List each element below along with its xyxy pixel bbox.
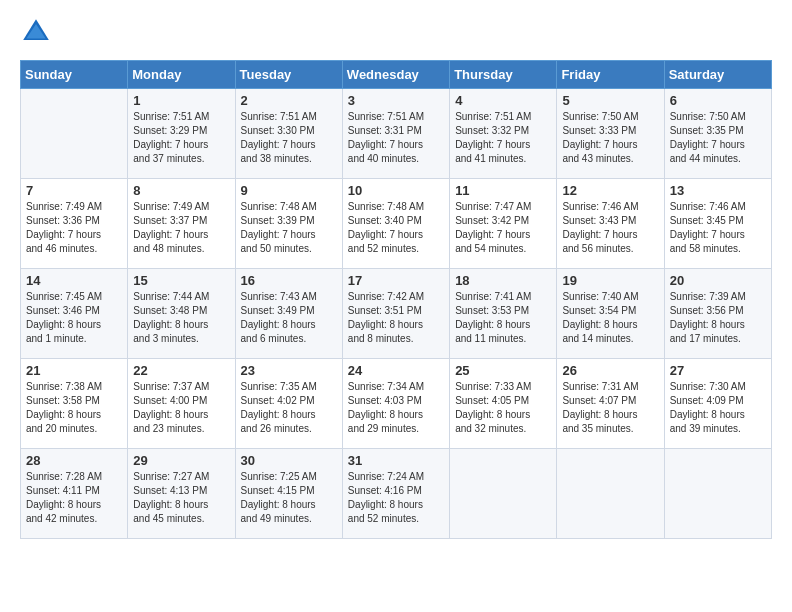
calendar-cell: 5Sunrise: 7:50 AM Sunset: 3:33 PM Daylig… — [557, 89, 664, 179]
day-number: 11 — [455, 183, 551, 198]
day-header-thursday: Thursday — [450, 61, 557, 89]
calendar-week-row: 1Sunrise: 7:51 AM Sunset: 3:29 PM Daylig… — [21, 89, 772, 179]
day-header-friday: Friday — [557, 61, 664, 89]
calendar-cell: 22Sunrise: 7:37 AM Sunset: 4:00 PM Dayli… — [128, 359, 235, 449]
day-number: 18 — [455, 273, 551, 288]
calendar-week-row: 7Sunrise: 7:49 AM Sunset: 3:36 PM Daylig… — [21, 179, 772, 269]
day-number: 16 — [241, 273, 337, 288]
day-info: Sunrise: 7:27 AM Sunset: 4:13 PM Dayligh… — [133, 470, 229, 526]
day-info: Sunrise: 7:43 AM Sunset: 3:49 PM Dayligh… — [241, 290, 337, 346]
day-info: Sunrise: 7:51 AM Sunset: 3:30 PM Dayligh… — [241, 110, 337, 166]
day-header-saturday: Saturday — [664, 61, 771, 89]
day-info: Sunrise: 7:33 AM Sunset: 4:05 PM Dayligh… — [455, 380, 551, 436]
day-number: 12 — [562, 183, 658, 198]
day-header-sunday: Sunday — [21, 61, 128, 89]
day-info: Sunrise: 7:51 AM Sunset: 3:29 PM Dayligh… — [133, 110, 229, 166]
day-info: Sunrise: 7:50 AM Sunset: 3:33 PM Dayligh… — [562, 110, 658, 166]
day-info: Sunrise: 7:48 AM Sunset: 3:40 PM Dayligh… — [348, 200, 444, 256]
calendar-week-row: 28Sunrise: 7:28 AM Sunset: 4:11 PM Dayli… — [21, 449, 772, 539]
calendar-cell: 24Sunrise: 7:34 AM Sunset: 4:03 PM Dayli… — [342, 359, 449, 449]
day-info: Sunrise: 7:38 AM Sunset: 3:58 PM Dayligh… — [26, 380, 122, 436]
calendar-cell: 2Sunrise: 7:51 AM Sunset: 3:30 PM Daylig… — [235, 89, 342, 179]
day-info: Sunrise: 7:50 AM Sunset: 3:35 PM Dayligh… — [670, 110, 766, 166]
day-info: Sunrise: 7:46 AM Sunset: 3:45 PM Dayligh… — [670, 200, 766, 256]
calendar-cell: 30Sunrise: 7:25 AM Sunset: 4:15 PM Dayli… — [235, 449, 342, 539]
calendar-table: SundayMondayTuesdayWednesdayThursdayFrid… — [20, 60, 772, 539]
calendar-cell — [21, 89, 128, 179]
day-info: Sunrise: 7:25 AM Sunset: 4:15 PM Dayligh… — [241, 470, 337, 526]
calendar-cell: 13Sunrise: 7:46 AM Sunset: 3:45 PM Dayli… — [664, 179, 771, 269]
day-number: 21 — [26, 363, 122, 378]
calendar-cell: 4Sunrise: 7:51 AM Sunset: 3:32 PM Daylig… — [450, 89, 557, 179]
calendar-cell: 31Sunrise: 7:24 AM Sunset: 4:16 PM Dayli… — [342, 449, 449, 539]
day-number: 10 — [348, 183, 444, 198]
day-number: 27 — [670, 363, 766, 378]
day-number: 24 — [348, 363, 444, 378]
day-info: Sunrise: 7:31 AM Sunset: 4:07 PM Dayligh… — [562, 380, 658, 436]
calendar-cell: 21Sunrise: 7:38 AM Sunset: 3:58 PM Dayli… — [21, 359, 128, 449]
calendar-cell: 29Sunrise: 7:27 AM Sunset: 4:13 PM Dayli… — [128, 449, 235, 539]
calendar-cell: 1Sunrise: 7:51 AM Sunset: 3:29 PM Daylig… — [128, 89, 235, 179]
day-info: Sunrise: 7:45 AM Sunset: 3:46 PM Dayligh… — [26, 290, 122, 346]
day-info: Sunrise: 7:46 AM Sunset: 3:43 PM Dayligh… — [562, 200, 658, 256]
day-number: 19 — [562, 273, 658, 288]
day-number: 9 — [241, 183, 337, 198]
day-number: 3 — [348, 93, 444, 108]
day-number: 8 — [133, 183, 229, 198]
calendar-week-row: 14Sunrise: 7:45 AM Sunset: 3:46 PM Dayli… — [21, 269, 772, 359]
day-number: 26 — [562, 363, 658, 378]
calendar-cell: 7Sunrise: 7:49 AM Sunset: 3:36 PM Daylig… — [21, 179, 128, 269]
calendar-cell — [557, 449, 664, 539]
day-info: Sunrise: 7:51 AM Sunset: 3:31 PM Dayligh… — [348, 110, 444, 166]
calendar-cell: 26Sunrise: 7:31 AM Sunset: 4:07 PM Dayli… — [557, 359, 664, 449]
calendar-cell: 25Sunrise: 7:33 AM Sunset: 4:05 PM Dayli… — [450, 359, 557, 449]
calendar-cell: 15Sunrise: 7:44 AM Sunset: 3:48 PM Dayli… — [128, 269, 235, 359]
day-number: 2 — [241, 93, 337, 108]
day-number: 31 — [348, 453, 444, 468]
day-header-monday: Monday — [128, 61, 235, 89]
calendar-cell: 3Sunrise: 7:51 AM Sunset: 3:31 PM Daylig… — [342, 89, 449, 179]
day-number: 28 — [26, 453, 122, 468]
day-number: 4 — [455, 93, 551, 108]
logo — [20, 16, 56, 48]
day-number: 14 — [26, 273, 122, 288]
calendar-header-row: SundayMondayTuesdayWednesdayThursdayFrid… — [21, 61, 772, 89]
day-number: 30 — [241, 453, 337, 468]
page-header — [20, 16, 772, 48]
day-number: 1 — [133, 93, 229, 108]
day-info: Sunrise: 7:42 AM Sunset: 3:51 PM Dayligh… — [348, 290, 444, 346]
day-info: Sunrise: 7:28 AM Sunset: 4:11 PM Dayligh… — [26, 470, 122, 526]
calendar-cell: 16Sunrise: 7:43 AM Sunset: 3:49 PM Dayli… — [235, 269, 342, 359]
calendar-cell: 11Sunrise: 7:47 AM Sunset: 3:42 PM Dayli… — [450, 179, 557, 269]
day-info: Sunrise: 7:35 AM Sunset: 4:02 PM Dayligh… — [241, 380, 337, 436]
calendar-cell: 8Sunrise: 7:49 AM Sunset: 3:37 PM Daylig… — [128, 179, 235, 269]
calendar-cell — [664, 449, 771, 539]
calendar-cell: 23Sunrise: 7:35 AM Sunset: 4:02 PM Dayli… — [235, 359, 342, 449]
day-number: 29 — [133, 453, 229, 468]
day-header-wednesday: Wednesday — [342, 61, 449, 89]
day-info: Sunrise: 7:47 AM Sunset: 3:42 PM Dayligh… — [455, 200, 551, 256]
calendar-cell: 19Sunrise: 7:40 AM Sunset: 3:54 PM Dayli… — [557, 269, 664, 359]
day-info: Sunrise: 7:40 AM Sunset: 3:54 PM Dayligh… — [562, 290, 658, 346]
day-number: 20 — [670, 273, 766, 288]
day-info: Sunrise: 7:49 AM Sunset: 3:36 PM Dayligh… — [26, 200, 122, 256]
day-info: Sunrise: 7:49 AM Sunset: 3:37 PM Dayligh… — [133, 200, 229, 256]
day-info: Sunrise: 7:37 AM Sunset: 4:00 PM Dayligh… — [133, 380, 229, 436]
day-number: 13 — [670, 183, 766, 198]
calendar-cell — [450, 449, 557, 539]
calendar-cell: 20Sunrise: 7:39 AM Sunset: 3:56 PM Dayli… — [664, 269, 771, 359]
day-number: 6 — [670, 93, 766, 108]
day-number: 7 — [26, 183, 122, 198]
calendar-cell: 14Sunrise: 7:45 AM Sunset: 3:46 PM Dayli… — [21, 269, 128, 359]
day-info: Sunrise: 7:51 AM Sunset: 3:32 PM Dayligh… — [455, 110, 551, 166]
day-number: 17 — [348, 273, 444, 288]
calendar-cell: 10Sunrise: 7:48 AM Sunset: 3:40 PM Dayli… — [342, 179, 449, 269]
calendar-cell: 17Sunrise: 7:42 AM Sunset: 3:51 PM Dayli… — [342, 269, 449, 359]
calendar-cell: 6Sunrise: 7:50 AM Sunset: 3:35 PM Daylig… — [664, 89, 771, 179]
day-number: 23 — [241, 363, 337, 378]
day-number: 22 — [133, 363, 229, 378]
day-header-tuesday: Tuesday — [235, 61, 342, 89]
day-number: 5 — [562, 93, 658, 108]
day-info: Sunrise: 7:34 AM Sunset: 4:03 PM Dayligh… — [348, 380, 444, 436]
day-number: 25 — [455, 363, 551, 378]
